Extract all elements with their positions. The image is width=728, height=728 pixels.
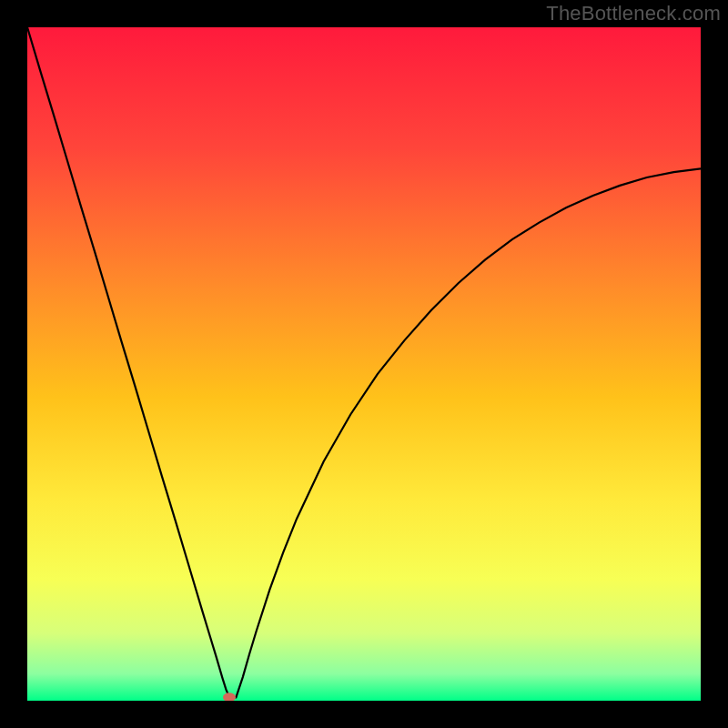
chart-frame: TheBottleneck.com (0, 0, 728, 728)
plot-area (27, 27, 701, 701)
watermark-text: TheBottleneck.com (546, 2, 721, 25)
chart-svg (27, 27, 701, 701)
